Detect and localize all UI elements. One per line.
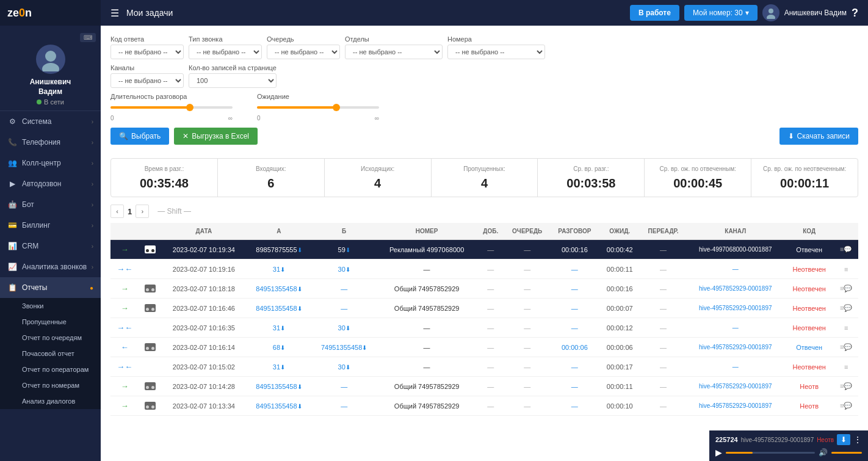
sidebar-item-billing[interactable]: 💳 Биллинг ›	[0, 215, 101, 236]
subnav-hourly[interactable]: Почасовой отчет	[0, 346, 101, 361]
page-title: Мои задачи	[126, 8, 173, 18]
excel-button[interactable]: ✕ Выгрузка в Excel	[174, 128, 258, 145]
call-code: Неотв	[784, 377, 834, 396]
answer-code-label: Код ответа	[110, 35, 184, 43]
table-row[interactable]: → 2023-02-07 10:16:46 84951355458⬇ — Общ…	[110, 299, 858, 318]
call-talk: —	[550, 377, 599, 396]
analytics-icon: 📈	[7, 262, 17, 272]
table-row[interactable]: →← 2023-02-07 10:15:02 31⬇ 30⬇ — — — — 0…	[110, 357, 858, 377]
download-button[interactable]: ⬇ Скачать записи	[779, 128, 858, 145]
sidebar-item-callcenter[interactable]: 👥 Колл-центр ›	[0, 153, 101, 173]
call-date: 2023-02-07 10:16:35	[161, 318, 247, 338]
menu-icon[interactable]: ≡	[844, 363, 848, 371]
call-actions: ≡	[834, 357, 858, 377]
menu-icon[interactable]: ≡	[844, 324, 848, 332]
call-type-select[interactable]: -- не выбрано --	[189, 45, 262, 59]
prev-page-button[interactable]: ‹	[110, 205, 124, 218]
working-button[interactable]: В работе	[630, 5, 679, 21]
sidebar-item-crm[interactable]: 📊 CRM ›	[0, 236, 101, 256]
chevron-down-icon: ●	[90, 285, 93, 291]
call-transfer: —	[640, 279, 687, 299]
hamburger-icon[interactable]: ☰	[110, 7, 119, 19]
number-select[interactable]: -- не выбрано --	[447, 45, 545, 59]
call-direction: ←	[110, 338, 139, 357]
calls-table: ДАТА А Б НОМЕР ДОБ. ОЧЕРЕДЬ РАЗГОВОР ОЖИ…	[110, 223, 858, 416]
topbar: ☰ Мои задачи В работе Мой номер: 30 ▾ Ан…	[101, 0, 868, 26]
channel-select[interactable]: -- не выбрано --	[110, 73, 184, 88]
chat-icon[interactable]: 💬	[844, 245, 852, 253]
table-row[interactable]: → 2023-02-07 10:18:18 84951355458⬇ — Общ…	[110, 279, 858, 299]
sidebar-item-bot[interactable]: 🤖 Бот ›	[0, 194, 101, 215]
table-row[interactable]: →← 2023-02-07 10:19:16 31⬇ 30⬇ — — — — 0…	[110, 260, 858, 279]
th-talk: РАЗГОВОР	[550, 223, 599, 240]
my-number-button[interactable]: Мой номер: 30 ▾	[684, 5, 758, 21]
records-per-page-select[interactable]: 100	[189, 73, 277, 88]
audio-volume-bar[interactable]	[831, 452, 862, 454]
terminal-button[interactable]: ⌨	[80, 33, 96, 42]
audio-more-button[interactable]: ⋮	[853, 435, 862, 445]
th-type-icon	[139, 223, 161, 240]
calls-table-container: ДАТА А Б НОМЕР ДОБ. ОЧЕРЕДЬ РАЗГОВОР ОЖИ…	[110, 223, 858, 416]
audio-progress-bar[interactable]	[726, 452, 815, 454]
subnav-calls[interactable]: Звонки	[0, 298, 101, 314]
department-select[interactable]: -- не выбрано --	[345, 45, 443, 59]
wait-thumb[interactable]	[333, 104, 340, 111]
duration-thumb[interactable]	[186, 104, 193, 111]
tape-icon	[145, 245, 156, 253]
next-page-button[interactable]: ›	[136, 205, 149, 218]
call-b: 30⬇	[311, 260, 377, 279]
call-actions: ≡💬	[834, 279, 858, 299]
duration-slider-track[interactable]	[110, 106, 233, 109]
chat-icon[interactable]: 💬	[844, 343, 852, 350]
sidebar-item-autodial[interactable]: ▶ Автодозвон ›	[0, 173, 101, 194]
sidebar-item-system[interactable]: ⚙ Система ›	[0, 111, 101, 132]
subnav-dialog-analysis[interactable]: Анализ диалогов	[0, 393, 101, 409]
table-row[interactable]: →← 2023-02-07 10:16:35 31⬇ 30⬇ — — — — 0…	[110, 318, 858, 338]
select-button[interactable]: 🔍 Выбрать	[110, 128, 169, 145]
call-channel: —	[686, 318, 784, 338]
call-b: —	[311, 377, 377, 396]
call-direction: →←	[110, 260, 139, 279]
th-date: ДАТА	[161, 223, 247, 240]
table-row[interactable]: ← 2023-02-07 10:16:14 68⬇ 74951355458⬇ —…	[110, 338, 858, 357]
subnav-operator-report[interactable]: Отчет по операторам	[0, 361, 101, 377]
user-status: В сети	[37, 98, 64, 106]
menu-icon[interactable]: ≡	[844, 266, 848, 273]
subnav-missed[interactable]: Пропущенные	[0, 314, 101, 330]
answer-code-select[interactable]: -- не выбрано --	[110, 45, 184, 59]
wait-slider-track[interactable]	[257, 106, 379, 109]
sidebar-item-reports[interactable]: 📋 Отчеты ●	[0, 277, 101, 298]
help-button[interactable]: ?	[852, 7, 858, 20]
call-queue: —	[504, 318, 550, 338]
chat-icon[interactable]: 💬	[844, 382, 852, 390]
queue-label: Очередь	[267, 35, 340, 43]
chevron-right-icon: ›	[92, 222, 93, 229]
table-row[interactable]: → 2023-02-07 10:14:28 84951355458⬇ — Общ…	[110, 377, 858, 396]
users-icon: 👥	[7, 158, 17, 168]
subnav-queue-report[interactable]: Отчет по очередям	[0, 330, 101, 346]
stat-outgoing: Исходящих: 4	[325, 159, 432, 197]
sidebar-item-analytics[interactable]: 📈 Аналитика звонков ›	[0, 256, 101, 277]
stat-avg-wait-answered: Ср. вр. ож. по отвеченным: 00:00:45	[645, 159, 751, 197]
call-a: 84951355458⬇	[247, 279, 312, 299]
call-channel: hive-4957852929-0001897	[686, 377, 784, 396]
chat-icon[interactable]: 💬	[844, 285, 852, 292]
th-number: НОМЕР	[377, 223, 477, 240]
chat-icon[interactable]: 💬	[844, 304, 852, 311]
call-date: 2023-02-07 10:19:34	[161, 240, 247, 260]
call-direction: →	[110, 396, 139, 416]
call-a: 84951355458⬇	[247, 396, 312, 416]
channel-filter: Каналы -- не выбрано --	[110, 64, 184, 88]
stat-missed: Пропущенных: 4	[432, 159, 538, 197]
chat-icon[interactable]: 💬	[844, 402, 852, 409]
queue-select[interactable]: -- не выбрано --	[267, 45, 340, 59]
audio-play-button[interactable]: ▶	[715, 448, 722, 457]
filter-section: Код ответа -- не выбрано -- Тип звонка -…	[110, 32, 858, 158]
sidebar-item-telephony[interactable]: 📞 Телефония ›	[0, 132, 101, 153]
stat-incoming: Входящих: 6	[218, 159, 325, 197]
call-date: 2023-02-07 10:19:16	[161, 260, 247, 279]
subnav-number-report[interactable]: Отчет по номерам	[0, 377, 101, 393]
table-row[interactable]: → 2023-02-07 10:13:34 84951355458⬇ — Общ…	[110, 396, 858, 416]
audio-download-button[interactable]: ⬇	[837, 434, 850, 445]
table-row[interactable]: → 2023-02-07 10:19:34 89857875555⬇ 59⬇ Р…	[110, 240, 858, 260]
